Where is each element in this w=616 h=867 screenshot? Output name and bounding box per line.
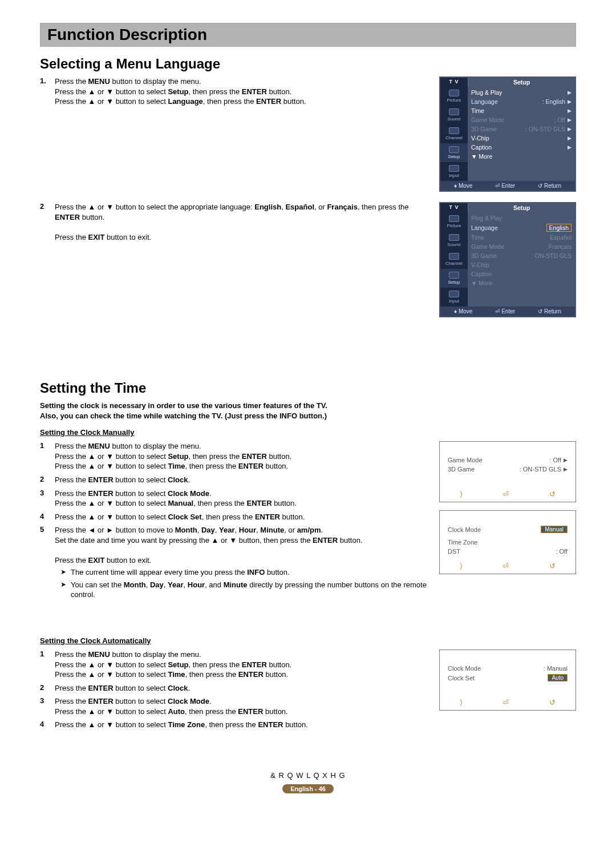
sound-icon (449, 108, 459, 115)
move-icon: ⟩ (460, 562, 463, 570)
return-icon: ↺ (549, 698, 556, 707)
input-icon (449, 165, 459, 172)
enter-icon: ⏎ (502, 698, 509, 707)
subhead-manual: Setting the Clock Manually (40, 428, 576, 437)
title-banner: Function Description (40, 23, 576, 47)
time-intro: Setting the clock is necessary in order … (40, 401, 576, 421)
channel-icon (449, 127, 459, 134)
setup-icon (449, 272, 459, 279)
input-icon (449, 291, 459, 297)
enter-icon: ⏎ (502, 562, 509, 570)
page-title: Function Description (47, 26, 207, 44)
crop-text: & R Q W L Q X H G (40, 771, 576, 780)
channel-icon (449, 253, 459, 260)
subhead-auto: Setting the Clock Automatically (40, 636, 576, 645)
osd-setup-menu-1: T V Setup Picture Sound Channel Setup In… (439, 76, 576, 192)
step-1-1: 1. Press the MENU button to display the … (40, 76, 428, 107)
osd-clock-menu-1: Clock ModeManual Time Zone DST: Off ⟩⏎↺ (439, 510, 576, 574)
sound-icon (449, 234, 459, 241)
page-number: English - 46 (282, 784, 334, 793)
move-icon: ⟩ (460, 490, 463, 498)
move-icon: ⟩ (460, 698, 463, 707)
return-icon: ↺ (549, 562, 556, 570)
note-arrow-icon: ➤ (60, 580, 66, 600)
osd-setup-menu-2: T V Setup Picture Sound Channel Setup In… (439, 202, 576, 317)
osd-time-menu-1: Game Mode: Off▶ 3D Game: ON-STD GLS▶ ⟩⏎↺ (439, 441, 576, 502)
step-1-2: 2 Press the ▲ or ▼ button to select the … (40, 202, 428, 242)
note-arrow-icon: ➤ (60, 567, 66, 578)
setup-icon (449, 146, 459, 153)
section-heading-language: Selecting a Menu Language (40, 56, 576, 72)
return-icon: ↺ (549, 490, 556, 498)
picture-icon (449, 215, 459, 222)
section-heading-time: Setting the Time (40, 380, 576, 396)
osd-clock-menu-2: Clock Mode: Manual Clock SetAuto ⟩⏎↺ (439, 650, 576, 711)
enter-icon: ⏎ (502, 490, 509, 498)
picture-icon (449, 90, 459, 96)
